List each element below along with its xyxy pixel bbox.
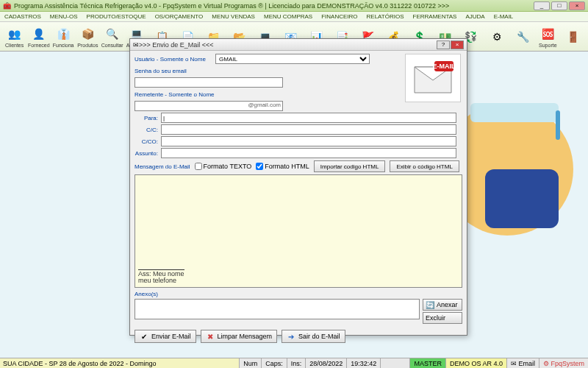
- statusbar: SUA CIDADE - SP 28 de Agosto de 2022 - D…: [0, 358, 588, 368]
- toolbar-item-20[interactable]: 🔧: [511, 24, 535, 49]
- menu-relatorios[interactable]: RELATÓRIOS: [367, 13, 404, 20]
- status-num: Num: [239, 358, 261, 368]
- attachments-row: 🔄Anexar Excluir: [135, 299, 462, 324]
- toolbar-item-4[interactable]: 🔍Consultar: [101, 24, 123, 49]
- menu-compras[interactable]: MENU COMPRAS: [264, 13, 312, 20]
- user-label: Usuário - Somente o Nome: [135, 56, 215, 63]
- status-time: 19:32:42: [346, 358, 380, 368]
- cc-input[interactable]: [161, 124, 456, 135]
- toolbar-icon: 👥: [6, 25, 24, 43]
- sender-input[interactable]: @gmail.com: [135, 101, 283, 111]
- maximize-button[interactable]: □: [551, 1, 567, 10]
- menu-os[interactable]: MENU-OS: [50, 13, 78, 20]
- clear-icon: ✖: [206, 332, 215, 341]
- toolbar-label: Clientes: [5, 43, 24, 48]
- toolbar-icon: ⚙: [488, 28, 506, 46]
- message-header: Mensagem do E-Mail Formato TEXTO Formato…: [135, 160, 462, 172]
- dialog-titlebar: ✉ >>> Envio de E_Mail <<< ? ×: [130, 39, 467, 51]
- menu-orcamento[interactable]: OS/ORÇAMENTO: [155, 13, 204, 20]
- toolbar-item-2[interactable]: 👔Funciona: [52, 24, 75, 49]
- toolbar-icon: 👤: [30, 25, 48, 43]
- show-html-button[interactable]: Exibir o código HTML: [390, 160, 459, 172]
- toolbar-label: Funciona: [53, 43, 74, 48]
- status-demo: DEMO OS AR 4.0: [445, 358, 506, 368]
- toolbar-icon: 📦: [79, 25, 96, 43]
- main-titlebar: 🧰 Programa Assistência Técnica Refrigera…: [0, 0, 588, 12]
- gear-icon: ⚙: [543, 360, 549, 367]
- toolbar-item-0[interactable]: 👥Clientes: [3, 24, 26, 49]
- subject-label: Assunto:: [135, 150, 161, 157]
- menu-financeiro[interactable]: FINANCEIRO: [321, 13, 357, 20]
- toolbar-icon: 🔍: [104, 25, 121, 43]
- email-illustration: E-MAIL: [405, 54, 461, 102]
- toolbar-icon: 🆘: [539, 25, 556, 43]
- signature: Ass: Meu nome meu telefone: [138, 269, 184, 284]
- message-body[interactable]: Ass: Meu nome meu telefone: [135, 174, 462, 288]
- dialog-title: >>> Envio de E_Mail <<<: [139, 41, 437, 49]
- dialog-help-button[interactable]: ?: [437, 40, 450, 49]
- status-date: 28/08/2022: [305, 358, 346, 368]
- check-icon: ✔: [140, 332, 148, 341]
- to-input[interactable]: [161, 113, 456, 123]
- svg-rect-2: [470, 103, 559, 122]
- attachments-label: Anexo(s): [135, 291, 462, 297]
- format-text-checkbox[interactable]: Formato TEXTO: [195, 163, 252, 170]
- format-html-checkbox[interactable]: Formato HTML: [256, 163, 309, 170]
- svg-text:E-MAIL: E-MAIL: [433, 63, 456, 70]
- toolbar-item-22[interactable]: 🚪: [561, 24, 585, 49]
- menu-ajuda[interactable]: AJUDA: [465, 13, 484, 20]
- message-label: Mensagem do E-Mail: [135, 163, 190, 170]
- cco-label: C/CO:: [135, 138, 161, 145]
- status-ins: Ins:: [287, 358, 306, 368]
- svg-rect-1: [485, 169, 559, 228]
- svg-rect-3: [556, 110, 560, 140]
- dialog-actions: ✔Enviar E-Mail ✖Limpar Mensagem ➔Sair do…: [135, 330, 462, 343]
- status-caps: Caps:: [261, 358, 287, 368]
- minimize-button[interactable]: _: [534, 1, 550, 10]
- window-controls: _ □ ×: [534, 1, 585, 10]
- import-html-button[interactable]: Importar codigo HTML: [314, 160, 386, 172]
- status-email[interactable]: ✉ Email: [506, 358, 539, 368]
- status-progress: [380, 358, 409, 368]
- exit-email-button[interactable]: ➔Sair do E-Mail: [282, 330, 345, 343]
- subject-input[interactable]: [161, 148, 456, 158]
- to-label: Para:: [135, 115, 161, 121]
- dialog-close-button[interactable]: ×: [451, 40, 464, 49]
- provider-select[interactable]: GMAIL: [215, 54, 370, 64]
- close-button[interactable]: ×: [569, 1, 585, 10]
- menu-email[interactable]: E-MAIL: [494, 13, 514, 20]
- address-section: Para: C/C: C/CO: Assunto:: [135, 113, 462, 158]
- clear-message-button[interactable]: ✖Limpar Mensagem: [201, 330, 278, 343]
- email-dialog: ✉ >>> Envio de E_Mail <<< ? × E-MAIL Usu…: [129, 38, 467, 336]
- toolbar-item-3[interactable]: 📦Produtos: [76, 24, 99, 49]
- status-brand[interactable]: ⚙ FpqSystem: [539, 358, 588, 368]
- send-email-button[interactable]: ✔Enviar E-Mail: [135, 330, 196, 343]
- toolbar-icon: 🔧: [514, 28, 531, 46]
- password-label: Senha do seu email: [135, 68, 215, 74]
- toolbar-item-1[interactable]: 👤Forneced: [27, 24, 50, 49]
- menu-ferramentas[interactable]: FERRAMENTAS: [413, 13, 457, 20]
- exit-icon: ➔: [287, 332, 295, 341]
- toolbar-icon: 🚪: [564, 28, 581, 46]
- password-input[interactable]: [135, 77, 283, 88]
- status-location: SUA CIDADE - SP 28 de Agosto de 2022 - D…: [0, 358, 239, 368]
- attach-button[interactable]: 🔄Anexar: [423, 299, 462, 311]
- app-icon: 🧰: [3, 2, 11, 10]
- dialog-icon: ✉: [133, 41, 139, 49]
- toolbar-icon: 👔: [54, 25, 72, 43]
- menu-vendas[interactable]: MENU VENDAS: [212, 13, 255, 20]
- attach-icon: 🔄: [426, 300, 434, 309]
- cco-input[interactable]: [161, 136, 456, 146]
- menu-cadastros[interactable]: CADASTROS: [4, 13, 41, 20]
- remove-attachment-button[interactable]: Excluir: [423, 312, 462, 324]
- toolbar-label: Produtos: [77, 43, 98, 48]
- toolbar-item-21[interactable]: 🆘Suporte: [537, 24, 559, 49]
- menu-produto[interactable]: PRODUTO/ESTOQUE: [87, 13, 146, 20]
- dialog-controls: ? ×: [437, 40, 464, 49]
- toolbar-label: Consultar: [101, 43, 123, 48]
- cc-label: C/C:: [135, 127, 161, 133]
- toolbar-item-19[interactable]: ⚙: [485, 24, 509, 49]
- toolbar-label: Suporte: [539, 43, 557, 48]
- attachments-list[interactable]: [135, 299, 420, 319]
- mail-icon: ✉: [511, 360, 517, 367]
